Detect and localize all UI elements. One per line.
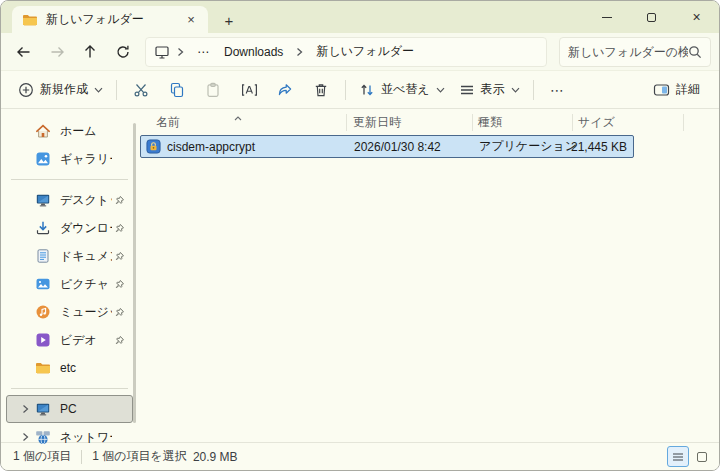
sidebar-item-pictures[interactable]: ピクチャ xyxy=(6,270,133,298)
close-button[interactable]: × xyxy=(674,1,719,33)
breadcrumb-ellipsis[interactable]: ⋯ xyxy=(191,43,216,61)
search-input[interactable] xyxy=(568,45,688,59)
view-button-label: 表示 xyxy=(481,81,505,98)
column-separator[interactable] xyxy=(683,114,684,131)
back-button[interactable] xyxy=(7,37,40,67)
sidebar-item-label: ドキュメント xyxy=(60,248,112,265)
sidebar-item-gallery[interactable]: ギャラリー xyxy=(6,145,133,173)
cut-icon xyxy=(133,82,149,98)
refresh-button[interactable] xyxy=(106,37,139,67)
cut-button[interactable] xyxy=(123,75,159,105)
sidebar-item-downloads[interactable]: ダウンロード xyxy=(6,214,133,242)
app-lock-icon xyxy=(146,139,161,157)
large-icons-view-button[interactable] xyxy=(691,446,713,467)
up-button[interactable] xyxy=(73,37,106,67)
tab-close-icon[interactable]: × xyxy=(182,11,200,29)
folder-icon xyxy=(22,12,38,28)
file-row-selected[interactable]: cisdem-appcrypt 2026/01/30 8:42 アプリケーション… xyxy=(140,135,634,158)
column-header-type[interactable]: 種類 xyxy=(478,109,502,135)
network-icon xyxy=(35,429,53,445)
column-separator[interactable] xyxy=(572,114,573,131)
search-box[interactable] xyxy=(559,37,711,67)
sidebar-item-etc[interactable]: etc xyxy=(6,354,133,382)
status-divider xyxy=(81,450,82,464)
rename-button[interactable] xyxy=(231,75,267,105)
view-list-icon xyxy=(459,82,475,98)
column-header-size[interactable]: サイズ xyxy=(578,109,615,135)
column-header-modified[interactable]: 更新日時 xyxy=(353,109,401,135)
details-view-icon xyxy=(672,451,684,463)
column-separator[interactable] xyxy=(346,114,347,131)
folder-icon xyxy=(35,360,53,376)
new-button-label: 新規作成 xyxy=(40,81,88,98)
chevron-right-icon[interactable] xyxy=(15,404,35,414)
sort-ascending-icon xyxy=(234,110,242,124)
search-icon xyxy=(688,45,702,59)
paste-button[interactable] xyxy=(195,75,231,105)
copy-icon xyxy=(169,82,185,98)
column-header-name[interactable]: 名前 xyxy=(156,109,180,135)
forward-icon xyxy=(49,44,65,60)
sidebar-item-music[interactable]: ミュージック xyxy=(6,298,133,326)
sidebar-scrollbar[interactable] xyxy=(133,123,136,423)
column-separator[interactable] xyxy=(472,114,473,131)
back-icon xyxy=(16,44,32,60)
document-icon xyxy=(35,248,53,264)
gallery-icon xyxy=(35,151,53,167)
minimize-icon xyxy=(602,17,612,18)
breadcrumb[interactable]: ⋯ Downloads 新しいフォルダー xyxy=(145,37,547,67)
home-icon xyxy=(35,123,53,139)
share-button[interactable] xyxy=(267,75,303,105)
pin-icon xyxy=(112,251,126,262)
tab-new-folder[interactable]: 新しいフォルダー × xyxy=(12,6,208,33)
pin-icon xyxy=(112,335,126,346)
details-view-button[interactable] xyxy=(667,446,689,467)
sidebar-item-label: ミュージック xyxy=(60,304,112,321)
sidebar: ホーム ギャラリー デスクトップ xyxy=(1,109,138,442)
sidebar-item-network[interactable]: ネットワーク xyxy=(6,423,133,451)
sidebar-item-label: ダウンロード xyxy=(60,220,112,237)
pin-icon xyxy=(112,195,126,206)
up-icon xyxy=(82,44,98,60)
more-button[interactable]: ⋯ xyxy=(540,75,576,105)
paste-icon xyxy=(205,82,221,98)
forward-button[interactable] xyxy=(40,37,73,67)
details-pane-label: 詳細 xyxy=(676,81,700,98)
sidebar-item-pc[interactable]: PC xyxy=(6,395,133,423)
chevron-down-icon xyxy=(436,87,445,93)
file-list: 名前 更新日時 種類 サイズ cisdem-appcrypt 2026/01/3… xyxy=(138,109,719,442)
details-panel-icon xyxy=(653,82,670,98)
toolbar-divider xyxy=(116,80,117,100)
sidebar-item-label: デスクトップ xyxy=(60,192,112,209)
plus-circle-icon xyxy=(18,82,34,98)
details-pane-button[interactable]: 詳細 xyxy=(646,75,707,105)
sidebar-item-desktop[interactable]: デスクトップ xyxy=(6,186,133,214)
breadcrumb-segment-downloads[interactable]: Downloads xyxy=(218,43,289,61)
pc-monitor-icon xyxy=(154,44,170,60)
sidebar-item-documents[interactable]: ドキュメント xyxy=(6,242,133,270)
view-button[interactable]: 表示 xyxy=(452,75,527,105)
sort-button-label: 並べ替え xyxy=(381,81,430,98)
pin-icon xyxy=(112,223,126,234)
desktop-icon xyxy=(35,192,53,208)
chevron-right-icon[interactable] xyxy=(15,432,35,442)
new-tab-button[interactable]: + xyxy=(216,7,242,33)
breadcrumb-segment-current[interactable]: 新しいフォルダー xyxy=(310,41,420,62)
chevron-down-icon xyxy=(94,87,103,93)
delete-button[interactable] xyxy=(303,75,339,105)
sort-icon xyxy=(359,82,375,98)
copy-button[interactable] xyxy=(159,75,195,105)
minimize-button[interactable] xyxy=(584,1,629,33)
maximize-button[interactable] xyxy=(629,1,674,33)
rename-icon xyxy=(241,82,258,98)
file-size: 21,445 KB xyxy=(541,140,627,154)
video-icon xyxy=(35,332,53,348)
pin-icon xyxy=(112,307,126,318)
sidebar-item-home[interactable]: ホーム xyxy=(6,117,133,145)
sidebar-item-label: ホーム xyxy=(60,123,112,140)
chevron-right-icon xyxy=(291,47,308,57)
sort-button[interactable]: 並べ替え xyxy=(352,75,452,105)
new-button[interactable]: 新規作成 xyxy=(11,75,110,105)
share-icon xyxy=(277,82,293,98)
sidebar-item-videos[interactable]: ビデオ xyxy=(6,326,133,354)
